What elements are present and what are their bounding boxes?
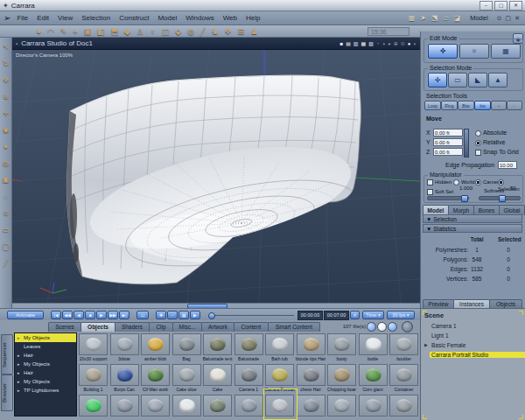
panel-close-icon[interactable]: ✕ xyxy=(514,15,520,22)
menu-view[interactable]: View xyxy=(58,14,73,22)
scene-item-carrara-portrait-studio[interactable]: Carrara Portrait Studio xyxy=(430,352,525,358)
edit-mode-morph-button[interactable]: ⌗ xyxy=(459,44,489,59)
duplicate-tool-icon[interactable]: ◫ xyxy=(162,26,170,37)
ring-button[interactable]: Ring xyxy=(441,101,458,110)
select-object-button[interactable]: ▲ xyxy=(488,73,508,88)
move-z-field[interactable]: 0.00 ft xyxy=(433,148,463,156)
time-mode-dropdown[interactable]: Time ▾ xyxy=(362,311,384,319)
fps-dropdown[interactable]: 30 fps ▾ xyxy=(387,311,415,319)
thumbnail-item[interactable] xyxy=(141,395,170,416)
thumbnail-balustrade[interactable] xyxy=(234,333,263,355)
edit-mode-assembly-button[interactable]: ▦ xyxy=(491,44,521,59)
select-edge-button[interactable]: ▭ xyxy=(448,73,467,88)
thumbnail-booty[interactable] xyxy=(327,333,356,355)
anchor-tool-icon[interactable]: ♀ xyxy=(150,26,156,37)
lasso-tool-icon[interactable]: ◯ xyxy=(2,239,10,256)
line-draw-icon[interactable]: ╱ xyxy=(4,256,8,272)
browser-side-tab[interactable]: Browser xyxy=(1,374,13,411)
thumbnail-item[interactable] xyxy=(110,395,139,416)
pan-view-icon[interactable]: ✥ xyxy=(3,73,9,89)
thumbnail-3dstar[interactable] xyxy=(110,333,139,355)
cube-tool-icon[interactable]: ▣ xyxy=(83,26,91,37)
tab-clip[interactable]: Clip xyxy=(149,322,173,332)
target-tool-icon[interactable]: ⌖ xyxy=(73,26,77,37)
thumbnail-boulder[interactable] xyxy=(389,333,418,355)
snap-to-grid-checkbox[interactable]: Snap To Grid xyxy=(475,149,519,156)
hidden-checkbox[interactable]: Hidden xyxy=(427,178,452,186)
menu-selection[interactable]: Selection xyxy=(81,14,110,22)
thumbnail-carrara-portrait[interactable] xyxy=(265,364,294,386)
thumbnail-item[interactable] xyxy=(79,395,108,416)
thumbnail-item[interactable] xyxy=(327,395,356,416)
storyboard-room-icon[interactable]: ⬔ xyxy=(431,14,438,22)
selection-section-header[interactable]: ▼ Selection xyxy=(423,214,522,223)
expand-arrow-icon[interactable]: ▶ xyxy=(424,342,428,347)
world-radio[interactable]: World xyxy=(453,178,475,186)
layout-grid-icon[interactable]: ▦ xyxy=(360,40,366,46)
end-time-field[interactable]: 00:07:00 xyxy=(324,311,349,320)
thumbnail-chopping-boar[interactable] xyxy=(327,364,356,386)
grid-toggle-icon[interactable]: ⊙ xyxy=(401,40,405,46)
view-detail-button[interactable] xyxy=(388,322,397,332)
soft-sel-slider[interactable] xyxy=(427,196,469,200)
thumbnail-blonde-tips-hair[interactable] xyxy=(297,333,326,355)
step-back-button[interactable]: ◀ xyxy=(74,311,84,319)
softness-slider[interactable] xyxy=(479,196,521,200)
thumbnail-building-1[interactable] xyxy=(79,364,108,386)
maximize-button[interactable]: ▢ xyxy=(494,1,508,10)
thumbnail-balustrade-tent[interactable] xyxy=(203,333,232,355)
invert-button[interactable]: Inv xyxy=(474,101,491,110)
view-large-icons-button[interactable] xyxy=(367,322,376,332)
model-room-icon[interactable]: ➤ xyxy=(420,14,426,22)
absolute-radio[interactable]: Absolute xyxy=(475,130,507,136)
spline-tool-icon[interactable]: ◠ xyxy=(47,26,54,37)
grow-button[interactable]: + xyxy=(491,101,507,110)
marquee-tool-icon[interactable]: ▭ xyxy=(3,222,10,239)
add-key-button[interactable]: ✚ xyxy=(156,311,166,319)
select-face-button[interactable]: ◣ xyxy=(468,73,487,88)
current-time-field[interactable]: 00:00:00 xyxy=(298,311,323,320)
scrub-thumb[interactable] xyxy=(208,312,215,319)
relative-radio[interactable]: Relative xyxy=(475,139,505,146)
tab-shaders[interactable]: Shaders xyxy=(115,322,150,332)
move-gizmo-icon[interactable]: ✛ xyxy=(3,106,9,122)
panel-eye-icon[interactable]: ⊙ xyxy=(497,15,502,22)
layout-split-icon[interactable]: ▤ xyxy=(346,40,351,46)
menu-web[interactable]: Web xyxy=(223,14,237,22)
thumbnail-20x30-support[interactable] xyxy=(79,333,108,355)
texture-room-icon[interactable]: ▱ xyxy=(443,14,448,22)
edge-propagation-field[interactable]: 10.00 xyxy=(498,161,517,169)
plane-tool-icon[interactable]: ◧ xyxy=(97,26,105,37)
xyz-spinner[interactable] xyxy=(464,129,469,158)
dolly-icon[interactable]: ⊕ xyxy=(3,89,9,106)
view-list-button[interactable] xyxy=(377,322,387,332)
thumbnail-camera-1[interactable] xyxy=(234,364,263,386)
preview-quality-icon[interactable]: ● xyxy=(408,41,411,46)
scale-gizmo-icon[interactable]: ● xyxy=(4,139,8,156)
tab-scenes[interactable]: Scenes xyxy=(48,322,81,332)
menu-windows[interactable]: Windows xyxy=(186,14,214,22)
delete-key-button[interactable]: ▦ xyxy=(178,311,189,319)
universal-gizmo-icon[interactable]: ◍ xyxy=(3,156,9,172)
next-key-button[interactable]: ▶ xyxy=(190,311,200,319)
sphere-tool-icon[interactable]: ● xyxy=(37,26,41,37)
render-room-icon[interactable]: ◪ xyxy=(454,14,461,22)
move-y-field[interactable]: 0.00 ft xyxy=(433,138,463,146)
thumbnail-bag[interactable] xyxy=(172,333,201,355)
thumbnail-corn-giant[interactable] xyxy=(359,364,388,386)
axis-toggle-icon[interactable]: ⊕ xyxy=(394,40,398,46)
tab-content[interactable]: Content xyxy=(234,322,269,332)
sequencer-side-tab[interactable]: Sequencer xyxy=(1,334,13,374)
thumbnail-item[interactable] xyxy=(234,395,263,416)
zoom-tool-icon[interactable]: ⊙ xyxy=(3,206,9,222)
menu-model[interactable]: Model xyxy=(158,14,177,22)
select-arrow-icon[interactable]: ↖ xyxy=(3,39,9,56)
thumbnail-burps-can[interactable] xyxy=(110,364,139,386)
scrub-track[interactable] xyxy=(210,315,294,316)
thumbnail-bath-tub[interactable] xyxy=(265,333,294,355)
menu-edit[interactable]: Edit xyxy=(37,14,49,22)
camera-tool-icon[interactable]: ▣ xyxy=(3,172,10,189)
pen-tool-icon[interactable]: ✎ xyxy=(60,26,67,37)
layout-quad-icon[interactable]: ▥ xyxy=(354,40,359,46)
menu-construct[interactable]: Construct xyxy=(119,14,149,22)
